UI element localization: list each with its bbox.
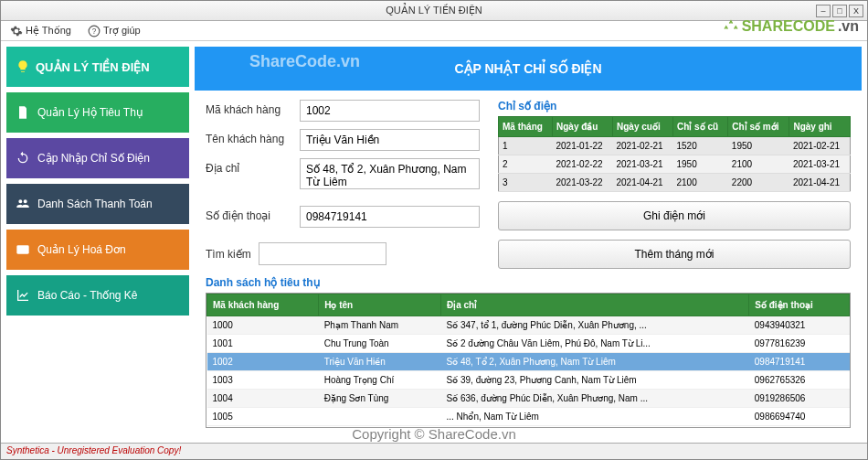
name-label: Tên khách hàng xyxy=(206,129,292,145)
col-header[interactable]: Ngày ghi xyxy=(789,117,851,137)
sidebar-item-payment-list[interactable]: Danh Sách Thanh Toán xyxy=(6,184,189,224)
search-input[interactable] xyxy=(259,242,386,265)
add-month-button[interactable]: Thêm tháng mới xyxy=(498,240,851,269)
maximize-button[interactable]: □ xyxy=(832,5,847,17)
svg-text:?: ? xyxy=(92,27,97,35)
phone-input[interactable] xyxy=(300,206,480,228)
refresh-icon xyxy=(16,151,30,166)
table-row[interactable]: 1003Hoàng Trọng ChíSố 39, đường 23, Phươ… xyxy=(207,371,850,390)
gear-icon xyxy=(10,25,23,37)
addr-input[interactable]: Số 48, Tổ 2, Xuân Phương, Nam Từ Liêm xyxy=(300,158,480,189)
customer-table[interactable]: Mã khách hàngHọ tênĐịa chỉSố điện thoại … xyxy=(206,294,850,426)
window-title: QUẢN LÝ TIỀN ĐIỆN xyxy=(386,5,482,16)
main-panel: ShareCode.vn CẬP NHẬT CHỈ SỐ ĐIỆN Mã khá… xyxy=(195,47,862,437)
watermark-text: ShareCode.vn xyxy=(249,52,360,71)
table-row[interactable]: 1001Chu Trung ToànSố 2 đường Châu Văn Li… xyxy=(207,335,850,353)
table-row[interactable]: 1002Triệu Văn HiềnSố 48, Tổ 2, Xuân Phươ… xyxy=(207,353,850,371)
logo-overlay: SHARECODE.vn xyxy=(723,18,859,35)
col-header[interactable]: Ngày cuối xyxy=(612,117,672,137)
col-header[interactable]: Mã khách hàng xyxy=(207,294,319,316)
col-header[interactable]: Số điện thoại xyxy=(749,294,850,316)
col-header[interactable]: Địa chỉ xyxy=(441,294,749,316)
col-header[interactable]: Chỉ số cũ xyxy=(672,117,727,137)
document-icon xyxy=(16,105,30,120)
table-row[interactable]: 32021-03-222021-04-21210022002021-04-21 xyxy=(499,174,851,192)
table-row[interactable]: 1004Đặng Sơn TùngSố 636, đường Phúc Diễn… xyxy=(207,390,850,408)
table-row[interactable]: 12021-01-222021-02-21152019502021-02-21 xyxy=(499,137,851,155)
sidebar-item-update-index[interactable]: Cập Nhập Chỉ Số Điện xyxy=(6,138,189,178)
col-header[interactable]: Họ tên xyxy=(319,294,441,316)
bulb-icon xyxy=(16,59,30,74)
code-input[interactable] xyxy=(300,100,480,122)
menu-help[interactable]: ? Trợ giúp xyxy=(84,23,144,39)
menu-system[interactable]: Hệ Thống xyxy=(6,23,75,39)
recycle-icon xyxy=(723,18,739,35)
statusbar: Synthetica - Unregistered Evaluation Cop… xyxy=(1,443,867,459)
close-button[interactable]: X xyxy=(849,5,863,17)
index-table[interactable]: Mã thángNgày đầuNgày cuốiChỉ số cũChỉ số… xyxy=(498,116,851,192)
col-header[interactable]: Ngày đầu xyxy=(553,117,613,137)
code-label: Mã khách hàng xyxy=(206,100,292,116)
minimize-button[interactable]: – xyxy=(816,5,831,17)
addr-label: Địa chỉ xyxy=(206,158,292,175)
chart-icon xyxy=(16,288,30,303)
sidebar-item-report[interactable]: Báo Cáo - Thống Kê xyxy=(6,275,189,316)
customer-form: Mã khách hàng Tên khách hàng Địa chỉ Số … xyxy=(206,100,480,269)
index-section-label: Chỉ số điện xyxy=(498,100,851,112)
record-button[interactable]: Ghi điện mới xyxy=(498,201,851,230)
sidebar-item-household[interactable]: Quản Lý Hộ Tiêu Thụ xyxy=(6,92,189,133)
table-row[interactable]: 1000Phạm Thanh NamSố 347, tổ 1, đường Ph… xyxy=(207,316,850,335)
name-input[interactable] xyxy=(300,129,480,151)
table-row[interactable]: 22021-02-222021-03-21195021002021-03-21 xyxy=(499,155,851,174)
col-header[interactable]: Chỉ số mới xyxy=(728,117,789,137)
table-row[interactable]: 1005... Nhổn, Nam Từ Liêm0986694740 xyxy=(207,408,850,426)
col-header[interactable]: Mã tháng xyxy=(499,117,553,137)
sidebar: QUẢN LÝ TIỀN ĐIỆN Quản Lý Hộ Tiêu Thụ Cậ… xyxy=(6,47,189,437)
customer-list-label: Danh sách hộ tiêu thụ xyxy=(206,276,851,289)
main-header: ShareCode.vn CẬP NHẬT CHỈ SỐ ĐIỆN xyxy=(195,47,862,91)
search-label: Tìm kiếm xyxy=(206,248,251,261)
users-icon xyxy=(16,197,30,211)
sidebar-item-invoice[interactable]: Quản Lý Hoá Đơn xyxy=(6,230,189,270)
card-icon xyxy=(16,242,30,257)
svg-rect-2 xyxy=(16,245,28,253)
phone-label: Số điện thoại xyxy=(206,206,292,222)
sidebar-title: QUẢN LÝ TIỀN ĐIỆN xyxy=(6,47,189,87)
help-icon: ? xyxy=(88,25,101,37)
